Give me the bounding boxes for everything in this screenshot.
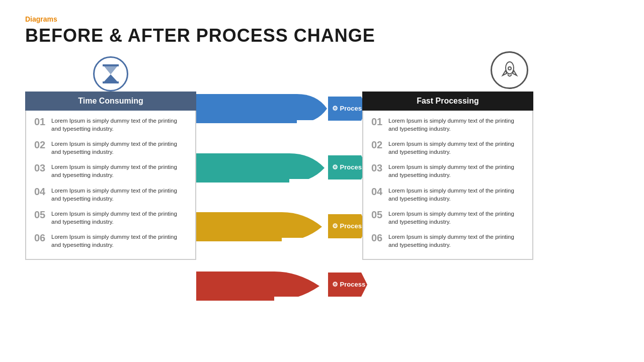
left-list-item: 06 Lorem Ipsum is simply dummy text of t… (34, 233, 187, 249)
svg-text:⚙ Process: ⚙ Process (332, 222, 365, 230)
category-label: Diagrams (25, 15, 619, 23)
item-number: 04 (371, 187, 388, 197)
item-text: Lorem Ipsum is simply dummy text of the … (388, 117, 524, 133)
item-text: Lorem Ipsum is simply dummy text of the … (51, 187, 187, 203)
right-list-item: 03 Lorem Ipsum is simply dummy text of t… (371, 163, 524, 179)
left-panel-header: Time Consuming (25, 92, 196, 111)
item-text: Lorem Ipsum is simply dummy text of the … (51, 117, 187, 133)
svg-text:⚙ Process: ⚙ Process (332, 105, 365, 112)
left-list-item: 02 Lorem Ipsum is simply dummy text of t… (34, 140, 187, 156)
svg-rect-13 (274, 297, 327, 303)
left-panel: Time Consuming 01 Lorem Ipsum is simply … (25, 56, 196, 260)
right-panel: Fast Processing 01 Lorem Ipsum is simply… (362, 92, 533, 260)
svg-rect-12 (196, 272, 274, 301)
left-items-list: 01 Lorem Ipsum is simply dummy text of t… (25, 111, 196, 260)
svg-rect-7 (297, 120, 332, 126)
item-text: Lorem Ipsum is simply dummy text of the … (51, 233, 187, 249)
page-wrapper: Diagrams BEFORE & AFTER PROCESS CHANGE (0, 0, 644, 362)
item-number: 05 (34, 210, 51, 220)
item-text: Lorem Ipsum is simply dummy text of the … (388, 163, 524, 179)
svg-text:⚙ Process: ⚙ Process (332, 163, 365, 171)
svg-point-23 (508, 67, 511, 70)
right-list-item: 04 Lorem Ipsum is simply dummy text of t… (371, 187, 524, 203)
funnel-area: ⚙ Process ⚙ Process ⚙ Process ⚙ Process (196, 92, 367, 338)
page-title: BEFORE & AFTER PROCESS CHANGE (25, 25, 619, 46)
item-text: Lorem Ipsum is simply dummy text of the … (51, 163, 187, 179)
item-number: 06 (34, 233, 51, 243)
left-list-item: 03 Lorem Ipsum is simply dummy text of t… (34, 163, 187, 179)
funnel-svg: ⚙ Process ⚙ Process ⚙ Process ⚙ Process (196, 92, 367, 338)
left-list-item: 04 Lorem Ipsum is simply dummy text of t… (34, 187, 187, 203)
item-number: 04 (34, 187, 51, 197)
svg-rect-8 (196, 153, 289, 183)
item-text: Lorem Ipsum is simply dummy text of the … (51, 210, 187, 226)
svg-rect-10 (196, 212, 282, 241)
svg-rect-1 (103, 81, 118, 83)
svg-rect-6 (196, 94, 297, 123)
hourglass-icon (93, 56, 128, 92)
rocket-icon (491, 51, 528, 89)
item-text: Lorem Ipsum is simply dummy text of the … (388, 140, 524, 156)
item-number: 03 (34, 163, 51, 173)
right-items-list: 01 Lorem Ipsum is simply dummy text of t… (362, 111, 533, 260)
item-number: 06 (371, 233, 388, 243)
right-list-item: 01 Lorem Ipsum is simply dummy text of t… (371, 117, 524, 133)
item-number: 05 (371, 210, 388, 220)
item-number: 01 (34, 117, 51, 127)
right-panel-header: Fast Processing (362, 92, 533, 111)
left-icon-wrapper (25, 56, 196, 92)
item-number: 01 (371, 117, 388, 127)
svg-rect-9 (289, 179, 332, 185)
diagram-area: Time Consuming 01 Lorem Ipsum is simply … (25, 56, 619, 323)
svg-point-22 (506, 62, 514, 74)
right-list-item: 02 Lorem Ipsum is simply dummy text of t… (371, 140, 524, 156)
item-text: Lorem Ipsum is simply dummy text of the … (388, 187, 524, 203)
left-list-item: 01 Lorem Ipsum is simply dummy text of t… (34, 117, 187, 133)
svg-rect-0 (103, 64, 118, 66)
item-number: 02 (371, 140, 388, 150)
right-icon-wrapper (491, 51, 528, 89)
item-text: Lorem Ipsum is simply dummy text of the … (388, 233, 524, 249)
item-number: 02 (34, 140, 51, 150)
right-list-item: 05 Lorem Ipsum is simply dummy text of t… (371, 210, 524, 226)
item-number: 03 (371, 163, 388, 173)
item-text: Lorem Ipsum is simply dummy text of the … (51, 140, 187, 156)
left-list-item: 05 Lorem Ipsum is simply dummy text of t… (34, 210, 187, 226)
svg-text:⚙ Process: ⚙ Process (332, 281, 365, 288)
item-text: Lorem Ipsum is simply dummy text of the … (388, 210, 524, 226)
svg-rect-11 (282, 238, 330, 244)
right-list-item: 06 Lorem Ipsum is simply dummy text of t… (371, 233, 524, 249)
